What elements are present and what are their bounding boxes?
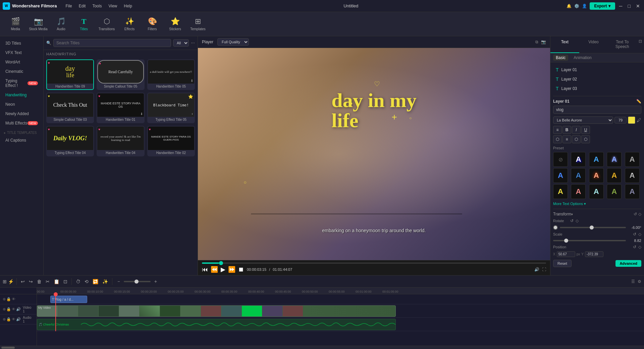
layer-edit-icon[interactable]: ✏️ [636,99,641,104]
snap-icon[interactable]: ⚡ [8,279,14,284]
tab-text[interactable]: Text [550,36,579,53]
sidebar-item-typing-effect[interactable]: Typing Effect ! NEW [1,77,42,90]
preset-6[interactable]: A [571,168,586,183]
more-options-icon[interactable]: ⋯ [191,41,195,45]
title-card-simple-callout-03[interactable]: ♥ Check This Out Simple Callout Title 03 [46,93,94,123]
rotate-slider[interactable] [560,227,626,228]
lock-icon[interactable]: 🔒 [6,297,11,301]
title-card-hw02[interactable]: ♥ MANDE ESTE STORY PARA OS GUERI-FIOS Ha… [147,126,195,156]
position-link-icon[interactable]: ◇ [638,245,641,249]
preset-1[interactable]: A [571,152,586,167]
right-panel-scroll[interactable]: T Layer 01 T Layer 02 T Layer 03 Layer 0… [550,62,644,275]
filter-select[interactable]: All [173,39,189,47]
step-forward-button[interactable]: ⏩ [228,266,235,273]
eyedropper-icon[interactable]: 🖊 [637,117,641,123]
preset-2[interactable]: A [589,152,604,167]
preset-none[interactable]: ⊘ [553,152,568,167]
copy-button[interactable]: 📋 [52,278,61,285]
settings-icon[interactable]: ⚙️ [574,4,579,8]
quality-select[interactable]: Full Quality [217,38,249,46]
zoom-in-button[interactable]: ＋ [152,278,159,285]
user-avatar[interactable]: 👤 [582,4,587,8]
scale-reset-icon[interactable]: ↺ [633,232,636,237]
italic-button[interactable]: I [572,126,581,134]
rotate-link-icon[interactable]: ◇ [576,218,579,223]
font-size-input[interactable] [614,117,627,123]
sidebar-item-3d-titles[interactable]: 3D Titles [1,39,42,48]
skip-back-button[interactable]: ⏮ [202,266,208,273]
sidebar-item-handwriting[interactable]: Handwriting [1,91,42,99]
reverse-button[interactable]: ⟲ [83,278,90,285]
volume-icon[interactable]: 🔊 [534,267,539,272]
preset-8[interactable]: A [607,168,622,183]
rotate-slider-thumb[interactable] [590,226,594,230]
speed-button[interactable]: ⏱ [74,278,82,285]
eye-icon[interactable]: 👁 [12,297,15,301]
tool-transitions[interactable]: ⬡ Transitions [97,14,117,34]
maximize-button[interactable]: □ [627,3,632,9]
preset-11[interactable]: A [571,184,586,199]
transform-collapse-icon[interactable]: ▾ [571,212,573,216]
scrubber-thumb[interactable] [219,261,223,265]
tab-video[interactable]: Video [579,36,608,53]
add-track-icon[interactable]: ⊞ [3,279,7,284]
sidebar-item-neon[interactable]: Neon [1,100,42,109]
menu-view[interactable]: View [105,4,120,8]
audio-lock-icon[interactable]: 🔒 [6,317,11,321]
title-card-typing-05[interactable]: Blackboard Time! ⭐ ⬇ Typing Effect Title… [147,93,195,123]
sidebar-item-vfx-text[interactable]: VFX Text [1,48,42,57]
crop-button[interactable]: ⊡ [62,278,69,285]
fullscreen-icon[interactable]: ⛶ [542,267,546,272]
underline-button[interactable]: U [581,126,590,134]
sidebar-item-ai-captions[interactable]: AI Captions [1,136,42,145]
title-card-typing-04[interactable]: ♥ Daily VLOG! Typing Effect Title 04 [46,126,94,156]
reset-button[interactable]: Reset [553,260,572,267]
position-reset-icon[interactable]: ↺ [633,245,636,249]
scale-slider[interactable] [553,240,626,241]
preset-5[interactable]: A [553,168,568,183]
title-card-hw04[interactable]: ♥ record your assets! & act like I'm lea… [97,126,144,156]
layer-name-input[interactable] [553,106,641,114]
align-center-text-button[interactable]: ≡ [562,135,571,143]
tool-effects[interactable]: ✨ Effects [119,14,140,34]
align-left-text-button[interactable]: ⬡ [553,135,562,143]
zoom-out-button[interactable]: － [115,278,122,285]
preset-10[interactable]: A [553,184,568,199]
preset-13[interactable]: A [607,184,622,199]
layer-item-02[interactable]: T Layer 02 [553,74,641,84]
add-audio-icon[interactable]: ⊕ [3,317,6,321]
timeline-scroll-thumb[interactable] [1,347,15,349]
playhead-marker[interactable] [54,292,58,296]
align-left-button[interactable]: ≡ [553,126,562,134]
video-clip[interactable] [37,305,396,317]
scale-link-icon[interactable]: ◇ [638,232,641,237]
title-card-hw01[interactable]: ♥ MANDE ESTE STORY PARA OS ⬇ Handwritten… [97,93,144,123]
tool-stock-media[interactable]: 📷 Stock Media [28,14,48,34]
video-eye-icon[interactable]: 👁 [12,307,15,311]
tool-titles[interactable]: T Titles [74,14,94,34]
panel-expand-icon[interactable]: ⊡ [637,36,644,53]
pos-x-input[interactable] [557,251,575,257]
audio-mute-icon-2[interactable]: 🔊 [16,317,21,321]
cut-button[interactable]: ✂ [44,278,51,285]
sidebar-item-newly-added[interactable]: Newly Added [1,109,42,118]
title-card-hw09[interactable]: ♥ day life Handwritten Title 09 [46,59,94,90]
add-clip-icon[interactable]: ⊕ [3,297,6,301]
menu-help[interactable]: Help [120,4,136,8]
sub-tab-basic[interactable]: Basic [553,55,568,61]
transform-link-icon[interactable]: ◇ [638,212,641,216]
redo-button[interactable]: ↪ [28,278,34,285]
advanced-button[interactable]: Advanced [615,260,641,267]
tab-text-to-speech[interactable]: Text To Speech [608,36,637,53]
more-text-options[interactable]: More Text Options ▾ [553,202,641,206]
preset-7[interactable]: A [589,168,604,183]
preset-14[interactable]: A [625,184,640,199]
search-input[interactable] [53,39,171,47]
audio-mute-icon[interactable]: 🔊 [16,307,21,311]
justify-text-button[interactable]: ⬡ [581,135,590,143]
tool-filters[interactable]: 🎨 Filters [142,14,162,34]
close-button[interactable]: ✕ [635,3,641,9]
font-select[interactable]: La Belle Aurore [553,116,613,124]
align-right-text-button[interactable]: ⬡ [572,135,581,143]
layer-item-03[interactable]: T Layer 03 [553,84,641,93]
